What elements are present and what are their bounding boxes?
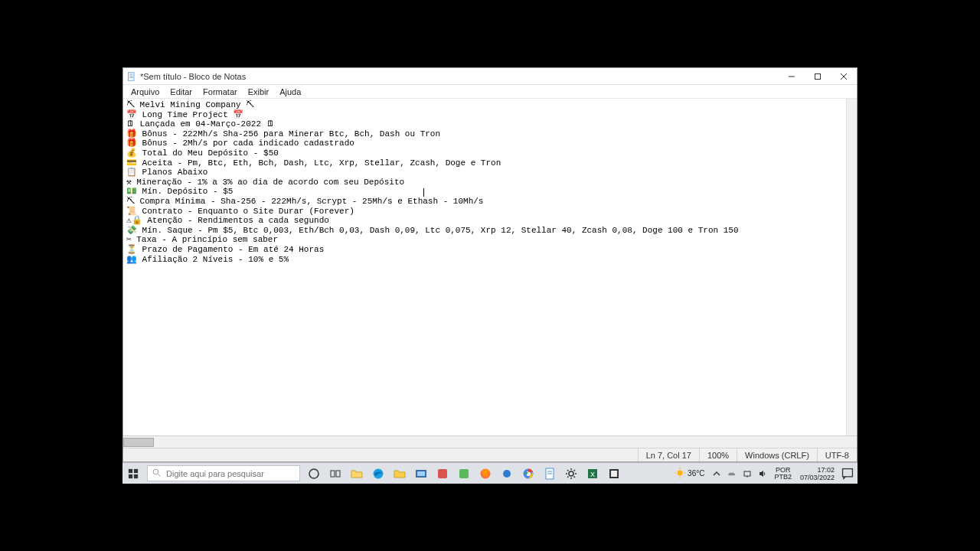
svg-rect-0: [129, 72, 135, 80]
notepad-window: *Sem título - Bloco de Notas Arquivo Edi…: [122, 67, 858, 462]
sun-icon: [675, 468, 685, 480]
svg-line-36: [567, 476, 569, 478]
svg-rect-20: [438, 469, 447, 478]
taskview-icon[interactable]: [325, 463, 346, 484]
editor-content[interactable]: ⛏ Melvi Mining Company ⛏ 📅 Long Time Pro…: [123, 99, 857, 266]
svg-text:X: X: [590, 471, 595, 478]
menu-view[interactable]: Exibir: [243, 86, 274, 97]
menu-help[interactable]: Ajuda: [275, 86, 305, 97]
explorer-icon[interactable]: [346, 463, 368, 484]
svg-rect-21: [459, 469, 469, 478]
svg-point-42: [678, 470, 683, 475]
svg-line-34: [567, 470, 569, 471]
weather-widget[interactable]: 36°C: [671, 468, 707, 480]
search-input[interactable]: [166, 469, 295, 478]
text-cursor: [423, 188, 424, 197]
svg-rect-49: [843, 468, 853, 476]
notepad-taskbar-icon[interactable]: [539, 463, 560, 484]
svg-rect-16: [336, 471, 340, 477]
text-editor[interactable]: ⛏ Melvi Mining Company ⛏ 📅 Long Time Pro…: [123, 99, 857, 435]
taskbar-pinned: X: [303, 463, 625, 484]
taskbar: X 36°C POR PTB2 17:02 07/03/2022: [122, 462, 858, 484]
svg-line-35: [574, 476, 576, 478]
status-encoding: UTF-8: [817, 448, 857, 461]
app-blue-icon[interactable]: [496, 463, 518, 484]
volume-icon[interactable]: [756, 468, 769, 480]
vertical-scrollbar[interactable]: [846, 99, 857, 435]
network-icon[interactable]: [741, 468, 753, 480]
svg-rect-11: [134, 474, 138, 478]
svg-rect-9: [134, 468, 138, 472]
svg-line-37: [574, 470, 576, 471]
menu-edit[interactable]: Editar: [165, 86, 197, 97]
edge-icon[interactable]: [368, 463, 389, 484]
onedrive-icon[interactable]: [726, 468, 738, 480]
svg-rect-10: [129, 474, 132, 478]
svg-point-23: [503, 470, 511, 478]
settings-icon[interactable]: [560, 463, 582, 484]
cortana-icon[interactable]: [303, 463, 325, 484]
svg-rect-5: [815, 73, 821, 79]
menubar: Arquivo Editar Formatar Exibir Ajuda: [123, 85, 857, 99]
statusbar: Ln 7, Col 17 100% Windows (CRLF) UTF-8: [123, 448, 857, 461]
system-tray: 36°C POR PTB2 17:02 07/03/2022: [671, 463, 858, 484]
status-zoom: 100%: [699, 448, 737, 461]
svg-point-29: [569, 471, 573, 476]
menu-format[interactable]: Formatar: [198, 86, 242, 97]
search-icon: [152, 467, 162, 481]
excel-icon[interactable]: X: [582, 463, 603, 484]
svg-rect-15: [331, 471, 335, 477]
search-box[interactable]: [147, 465, 300, 481]
minimize-button[interactable]: [779, 68, 805, 85]
status-position: Ln 7, Col 17: [638, 448, 699, 461]
tray-chevron-icon[interactable]: [710, 468, 723, 480]
status-eol: Windows (CRLF): [737, 448, 817, 461]
clock[interactable]: 17:02 07/03/2022: [797, 466, 838, 481]
chrome-icon[interactable]: [518, 463, 539, 484]
svg-rect-8: [129, 468, 132, 472]
svg-point-14: [309, 469, 318, 478]
app-red-icon[interactable]: [432, 463, 453, 484]
svg-rect-47: [744, 471, 750, 476]
app-dark-icon[interactable]: [603, 463, 625, 484]
svg-line-13: [158, 474, 161, 476]
svg-rect-41: [611, 471, 617, 477]
horizontal-scrollbar[interactable]: [123, 435, 857, 448]
svg-point-12: [153, 469, 158, 474]
menu-file[interactable]: Arquivo: [126, 86, 164, 97]
notepad-icon: [126, 71, 137, 82]
weather-temp: 36°C: [688, 469, 704, 478]
media-icon[interactable]: [410, 463, 432, 484]
window-title: *Sem título - Bloco de Notas: [140, 72, 246, 81]
folder-icon[interactable]: [389, 463, 410, 484]
close-button[interactable]: [831, 68, 857, 85]
firefox-icon[interactable]: [475, 463, 496, 484]
start-button[interactable]: [122, 463, 144, 484]
language-indicator[interactable]: POR PTB2: [772, 467, 794, 481]
svg-rect-19: [417, 471, 425, 476]
notification-icon[interactable]: [841, 467, 854, 481]
app-green-icon[interactable]: [453, 463, 475, 484]
titlebar[interactable]: *Sem título - Bloco de Notas: [123, 68, 857, 85]
maximize-button[interactable]: [805, 68, 831, 85]
